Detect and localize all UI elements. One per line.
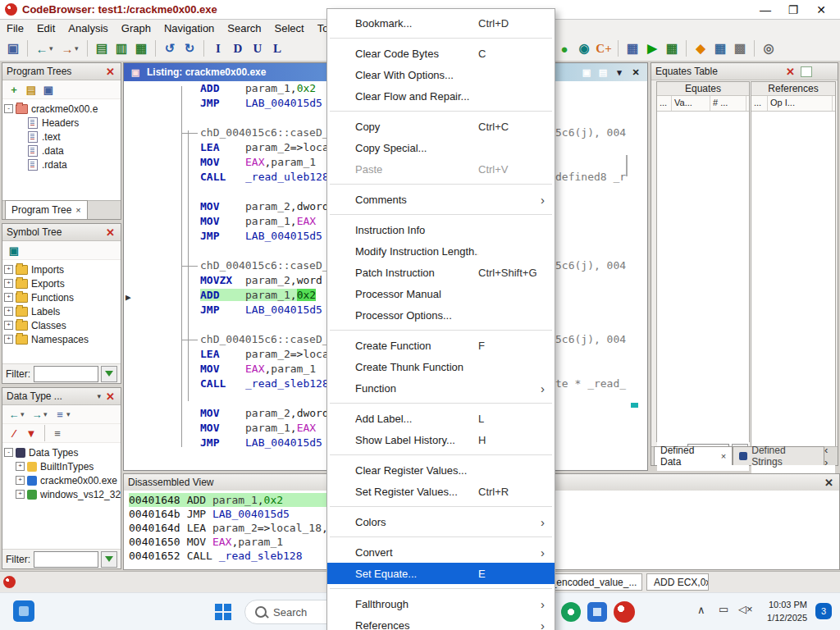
open-folder-icon[interactable]: ▤ — [24, 82, 39, 97]
symbol-filter-input[interactable] — [34, 366, 98, 382]
taskbar-app-green-icon[interactable] — [561, 602, 581, 622]
menu-item-fallthrough[interactable]: Fallthrough› — [327, 593, 555, 614]
mark-i-icon[interactable]: I — [209, 39, 227, 57]
dt-forward-icon[interactable]: → — [30, 407, 44, 422]
gear-icon[interactable]: ◎ — [760, 39, 778, 57]
bookmarks-icon[interactable]: ● — [555, 39, 573, 57]
taskbar-ghidra-dragon-icon[interactable] — [614, 601, 635, 623]
symbol-config-icon[interactable]: ▣ — [7, 243, 21, 258]
data-type-dropdown-icon[interactable]: ▾ — [98, 392, 102, 400]
display-cast-icon[interactable]: ▭ — [719, 603, 728, 615]
run-script-icon[interactable]: ▶ — [643, 39, 661, 57]
menu-item-add-label[interactable]: Add Label...L — [327, 408, 555, 429]
tree-item-text[interactable]: .text — [4, 130, 119, 144]
list-icon[interactable]: ≡ — [50, 426, 65, 441]
data-type-filter-options-icon[interactable] — [101, 551, 117, 568]
menubar-item-file[interactable]: File — [0, 21, 30, 35]
menubar-item-edit[interactable]: Edit — [30, 21, 62, 35]
diamond-icon[interactable]: ◆ — [692, 39, 710, 57]
data-type-filter-input[interactable] — [34, 551, 98, 568]
menu-item-references[interactable]: References› — [327, 614, 555, 630]
memory-map-icon[interactable]: ▦ — [623, 39, 641, 57]
menu-item-clear-code-bytes[interactable]: Clear Code BytesC — [327, 43, 555, 64]
paste-icon[interactable]: ▥ — [112, 39, 130, 57]
menubar-item-search[interactable]: Search — [221, 21, 267, 35]
symbol-tree-item-classes[interactable]: +Classes — [4, 318, 119, 332]
tray-chevron-icon[interactable]: ∧ — [697, 604, 705, 616]
maximize-button[interactable]: ❐ — [779, 3, 807, 16]
notification-badge[interactable]: 3 — [815, 603, 832, 619]
redo-icon[interactable]: ↻ — [180, 39, 199, 57]
tree-item-rdata[interactable]: .rdata — [4, 158, 119, 171]
menu-item-processor-options[interactable]: Processor Options... — [327, 304, 555, 326]
program-tree-tab[interactable]: Program Tree × — [5, 200, 88, 219]
copy-icon[interactable]: ▤ — [93, 39, 111, 57]
tab-defined-data[interactable]: Defined Data× — [654, 446, 733, 465]
mark-l-icon[interactable]: L — [268, 39, 286, 57]
globe-icon[interactable]: ◉ — [575, 39, 593, 57]
column-header[interactable]: ... — [751, 96, 768, 111]
symbol-tree-item-labels[interactable]: +Labels — [4, 304, 119, 318]
save-tree-icon[interactable]: ▣ — [41, 82, 56, 97]
column-header[interactable]: Op I... — [768, 96, 833, 111]
menu-item-bookmark[interactable]: Bookmark...Ctrl+D — [327, 12, 555, 34]
menu-item-clear-register-values[interactable]: Clear Register Values... — [327, 459, 555, 481]
dt-forward-caret-icon[interactable]: ▾ — [43, 410, 52, 418]
clock[interactable]: 10:03 PM 1/12/2025 — [767, 598, 807, 624]
symbol-filter-options-icon[interactable] — [101, 366, 117, 382]
close-button[interactable]: ✕ — [807, 3, 835, 16]
symbol-tree-item-imports[interactable]: +Imports — [4, 262, 119, 276]
menu-item-create-thunk-function[interactable]: Create Thunk Function — [327, 356, 555, 377]
dt-back-caret-icon[interactable]: ▾ — [21, 410, 29, 418]
minimize-button[interactable]: — — [751, 3, 779, 16]
equates-close-icon[interactable]: ✕ — [784, 66, 797, 78]
menu-item-copy-special[interactable]: Copy Special... — [327, 137, 555, 158]
menu-item-clear-with-options[interactable]: Clear With Options... — [327, 64, 555, 85]
tab-defined-strings[interactable]: Defined Strings — [733, 446, 824, 465]
tab-close-icon[interactable]: × — [721, 451, 726, 461]
expander-icon[interactable]: + — [4, 335, 13, 344]
menu-item-modify-instruction-length[interactable]: Modify Instruction Length... — [327, 240, 555, 262]
save-icon[interactable]: ▣ — [4, 39, 22, 57]
column-header[interactable]: ... — [657, 96, 672, 111]
listing-close-icon[interactable]: ✕ — [629, 66, 642, 78]
taskbar-pinned-app-icon[interactable] — [13, 600, 34, 622]
undo-icon[interactable]: ↺ — [161, 39, 179, 57]
bytes-icon[interactable]: ▩ — [731, 39, 749, 57]
mark-d-icon[interactable]: D — [229, 39, 247, 57]
menu-item-set-equate[interactable]: Set Equate...E — [327, 563, 555, 584]
expander-icon[interactable]: + — [16, 490, 25, 499]
tree-item-root[interactable]: -crackme0x00.e — [4, 102, 119, 116]
taskbar-app-blue-icon[interactable] — [587, 602, 607, 622]
symbol-tree-item-namespaces[interactable]: +Namespaces — [4, 332, 119, 346]
menu-item-comments[interactable]: Comments› — [327, 189, 555, 210]
menu-item-patch-instruction[interactable]: Patch InstructionCtrl+Shift+G — [327, 262, 555, 283]
expander-icon[interactable]: + — [4, 279, 13, 288]
data-type-item-3[interactable]: +windows_vs12_32 — [4, 487, 119, 501]
listing-menu-dropdown-icon[interactable]: ▾ — [613, 66, 626, 78]
column-header[interactable]: # ... — [710, 96, 746, 111]
menu-item-set-register-values[interactable]: Set Register Values...Ctrl+R — [327, 481, 555, 502]
equates-save-icon[interactable] — [801, 66, 812, 77]
menu-item-processor-manual[interactable]: Processor Manual — [327, 283, 555, 304]
column-header[interactable]: Va... — [672, 96, 710, 111]
menu-item-clear-flow-and-repair[interactable]: Clear Flow and Repair... — [327, 85, 555, 107]
table-icon[interactable]: ▦ — [711, 39, 729, 57]
tab-scroll-icons[interactable]: ‹ › — [824, 444, 834, 468]
data-type-item-2[interactable]: +crackme0x00.exe — [4, 473, 119, 487]
expander-icon[interactable]: + — [4, 293, 13, 302]
data-type-item-0[interactable]: -Data Types — [4, 445, 119, 459]
mark-u-icon[interactable]: U — [249, 39, 267, 57]
menubar-item-select[interactable]: Select — [268, 21, 311, 35]
snapshot-camera-icon[interactable]: ▣ — [580, 66, 593, 78]
symbol-tree-close-icon[interactable]: ✕ — [104, 226, 116, 239]
start-button[interactable] — [215, 604, 231, 620]
paste-special-icon[interactable]: ▦ — [132, 39, 150, 57]
menu-item-show-label-history[interactable]: Show Label History...H — [327, 429, 555, 450]
filter-red-icon[interactable]: ▼ — [24, 426, 39, 441]
menu-item-copy[interactable]: CopyCtrl+C — [327, 116, 555, 137]
equates-rows[interactable] — [657, 112, 749, 471]
expander-icon[interactable]: + — [16, 476, 25, 485]
menubar-item-analysis[interactable]: Analysis — [62, 21, 114, 35]
data-type-close-icon[interactable]: ✕ — [104, 390, 116, 403]
